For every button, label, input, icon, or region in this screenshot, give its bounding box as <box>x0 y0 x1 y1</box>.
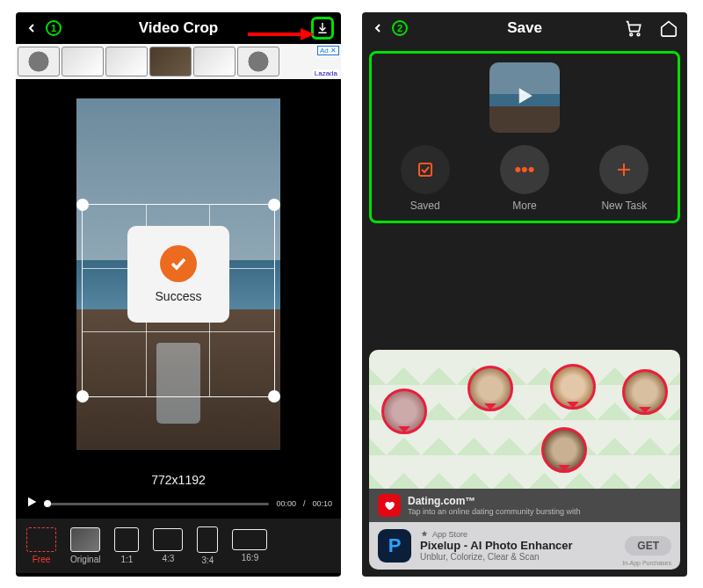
ratio-3-4[interactable]: 3:4 <box>197 526 218 565</box>
iap-label: In-App Purchases <box>622 560 671 566</box>
ratio-label: 4:3 <box>163 554 175 563</box>
plus-icon <box>613 159 634 180</box>
seek-slider[interactable] <box>46 503 269 505</box>
step-badge: 2 <box>392 20 408 36</box>
action-label: More <box>512 200 536 212</box>
ad-subtitle: Tap into an online dating community burs… <box>408 507 671 516</box>
get-button[interactable]: GET <box>625 536 671 555</box>
more-action[interactable]: ••• More <box>500 145 549 212</box>
saved-action[interactable]: Saved <box>401 145 450 212</box>
crop-handle-tr[interactable] <box>268 199 280 211</box>
appstore-pre: App Store <box>420 530 616 539</box>
play-icon <box>25 495 39 509</box>
map-pin-avatar <box>622 369 668 415</box>
ad-panel[interactable]: AD Dating.com™ Tap into an online dating… <box>369 350 680 570</box>
map-pin-avatar <box>541 427 587 473</box>
action-label: New Task <box>601 200 647 212</box>
ratio-label: 16:9 <box>242 553 258 563</box>
svg-point-3 <box>630 33 633 36</box>
svg-rect-6 <box>419 163 431 176</box>
ratio-16-9[interactable]: 16:9 <box>232 529 267 563</box>
ad-thumb[interactable] <box>193 47 236 76</box>
header: 1 Video Crop <box>16 12 341 44</box>
app-name: Pixelup - AI Photo Enhancer <box>420 539 616 552</box>
home-button[interactable] <box>657 17 680 40</box>
new-task-action[interactable]: New Task <box>599 145 649 212</box>
ad-thumb[interactable] <box>62 47 104 76</box>
chevron-left-icon <box>25 21 39 35</box>
aspect-ratio-tray: Free Original 1:1 4:3 3:4 16:9 <box>16 519 341 573</box>
ratio-4-3[interactable]: 4:3 <box>153 528 183 563</box>
svg-point-4 <box>637 33 640 36</box>
ad-brand: Lazada <box>313 69 339 77</box>
check-icon <box>160 245 197 282</box>
map-pin-avatar <box>467 366 513 411</box>
phone-screen-1: 1 Video Crop Ad ✕ Lazada <box>16 12 341 577</box>
phone-screen-2: 2 Save Saved ••• More <box>362 12 687 577</box>
success-label: Success <box>156 289 202 303</box>
download-button[interactable] <box>311 17 334 40</box>
cart-icon <box>624 18 643 38</box>
crop-dimensions: 772x1192 <box>16 469 341 489</box>
saved-icon <box>415 159 436 180</box>
ad-badge[interactable]: Ad ✕ <box>317 46 339 55</box>
ad-thumb[interactable] <box>18 47 60 76</box>
cart-button[interactable] <box>622 17 645 40</box>
heart-icon <box>378 494 401 517</box>
map-pin-avatar <box>550 364 596 410</box>
download-icon <box>315 19 330 37</box>
play-overlay-icon <box>511 83 538 113</box>
action-label: Saved <box>410 200 440 212</box>
time-total: 00:10 <box>312 499 332 508</box>
ratio-label: Free <box>33 555 51 564</box>
ad-thumb[interactable] <box>149 47 192 76</box>
ad-map <box>369 350 680 489</box>
chevron-left-icon <box>371 21 385 35</box>
seek-knob[interactable] <box>44 500 51 507</box>
ad-carousel[interactable]: Ad ✕ Lazada <box>16 44 341 79</box>
time-current: 00:00 <box>276 499 296 508</box>
svg-marker-5 <box>519 88 533 104</box>
header: 2 Save <box>362 12 687 44</box>
ratio-label: 1:1 <box>121 555 134 564</box>
map-pin-avatar <box>381 388 427 434</box>
ratio-label: 3:4 <box>202 555 214 565</box>
home-icon <box>659 18 678 38</box>
ratio-free[interactable]: Free <box>26 527 56 564</box>
crop-handle-bl[interactable] <box>76 390 89 403</box>
playback-bar: 00:00/00:10 <box>16 489 341 519</box>
crop-handle-br[interactable] <box>268 390 280 403</box>
appstore-banner[interactable]: P App Store Pixelup - AI Photo Enhancer … <box>369 522 680 570</box>
header-title: Video Crop <box>16 19 341 37</box>
ratio-original[interactable]: Original <box>70 527 100 564</box>
video-thumbnail[interactable] <box>489 62 560 133</box>
app-subtitle: Unblur, Colorize, Clear & Scan <box>420 552 616 562</box>
ad-dating-row[interactable]: Dating.com™ Tap into an online dating co… <box>369 489 680 522</box>
ad-thumb[interactable] <box>237 47 279 76</box>
ratio-label: Original <box>70 555 100 564</box>
ad-thumb[interactable] <box>105 47 148 76</box>
appstore-icon <box>420 530 429 539</box>
back-button[interactable] <box>369 19 387 37</box>
svg-marker-2 <box>28 497 36 507</box>
step-badge: 1 <box>46 20 62 36</box>
ratio-1-1[interactable]: 1:1 <box>114 527 139 564</box>
app-logo-icon: P <box>378 529 411 563</box>
ad-title: Dating.com™ <box>408 495 671 507</box>
time-divider: / <box>303 499 306 508</box>
video-preview[interactable]: Success <box>16 79 341 469</box>
play-button[interactable] <box>25 495 39 512</box>
save-actions-panel: Saved ••• More New Task <box>369 51 680 223</box>
crop-handle-tl[interactable] <box>76 199 89 211</box>
success-toast: Success <box>127 226 229 323</box>
back-button[interactable] <box>23 19 40 37</box>
more-icon: ••• <box>500 145 549 194</box>
